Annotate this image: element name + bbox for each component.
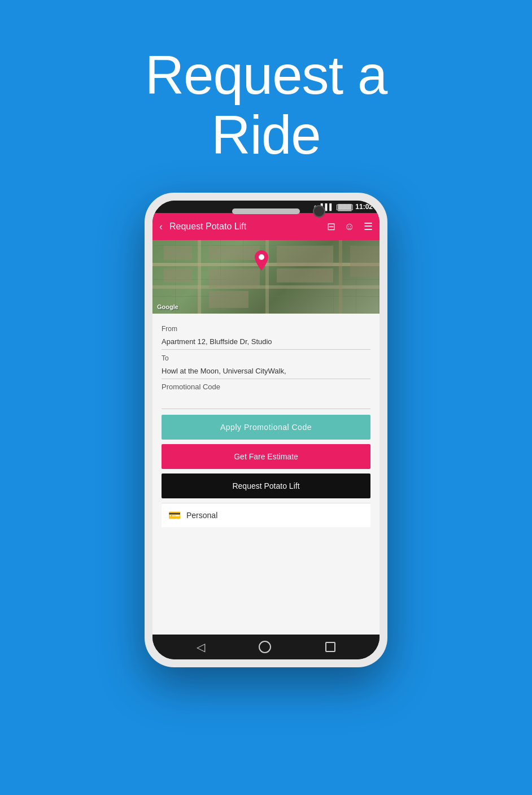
map-area[interactable]: Google: [152, 240, 380, 314]
home-nav-button[interactable]: [259, 641, 271, 653]
nav-bar: ◁: [152, 635, 380, 659]
form-area: From Apartment 12, Bluffside Dr, Studio …: [152, 314, 380, 635]
app-bar: ‹ Request Potato Lift ⊟ ☺ ☰: [152, 213, 380, 240]
phone-screen: ∿ ▌▌▌ [▓▓▓] 11:02 ‹ Request Potato Lift …: [152, 201, 380, 659]
battery-icon: [▓▓▓]: [336, 203, 353, 210]
to-label: To: [162, 354, 370, 362]
recents-nav-button[interactable]: [325, 642, 335, 652]
svg-point-0: [259, 254, 264, 260]
apply-promo-button[interactable]: Apply Promotional Code: [162, 415, 370, 440]
from-label: From: [162, 325, 370, 333]
fare-estimate-button[interactable]: Get Fare Estimate: [162, 444, 370, 469]
back-nav-button[interactable]: ◁: [197, 640, 205, 654]
menu-icon[interactable]: ☰: [364, 220, 373, 233]
promo-label: Promotional Code: [162, 383, 370, 391]
google-label: Google: [157, 303, 178, 310]
phone-mockup: ∿ ▌▌▌ [▓▓▓] 11:02 ‹ Request Potato Lift …: [0, 193, 532, 667]
hero-text: Request a Ride: [0, 0, 532, 164]
phone-body: ∿ ▌▌▌ [▓▓▓] 11:02 ‹ Request Potato Lift …: [145, 193, 387, 667]
request-ride-button[interactable]: Request Potato Lift: [162, 473, 370, 498]
to-value[interactable]: Howl at the Moon, Universal CityWalk,: [162, 363, 370, 379]
app-bar-title: Request Potato Lift: [169, 221, 320, 232]
promo-section: Promotional Code: [162, 383, 370, 415]
back-button[interactable]: ‹: [159, 221, 163, 233]
payment-label: Personal: [186, 511, 217, 520]
from-field-group: From Apartment 12, Bluffside Dr, Studio: [162, 320, 370, 350]
map-pin: [255, 250, 268, 273]
promo-input[interactable]: [162, 393, 370, 409]
app-bar-actions: ⊟ ☺ ☰: [327, 220, 373, 233]
phone-speaker: [232, 208, 300, 214]
person-icon[interactable]: ☺: [345, 221, 355, 233]
payment-card-icon: 💳: [168, 509, 181, 522]
status-time: 11:02: [355, 203, 373, 211]
map-background: Google: [152, 240, 380, 314]
card-icon[interactable]: ⊟: [327, 220, 335, 233]
from-value[interactable]: Apartment 12, Bluffside Dr, Studio: [162, 334, 370, 350]
to-field-group: To Howl at the Moon, Universal CityWalk,: [162, 350, 370, 379]
payment-row[interactable]: 💳 Personal: [162, 503, 370, 527]
